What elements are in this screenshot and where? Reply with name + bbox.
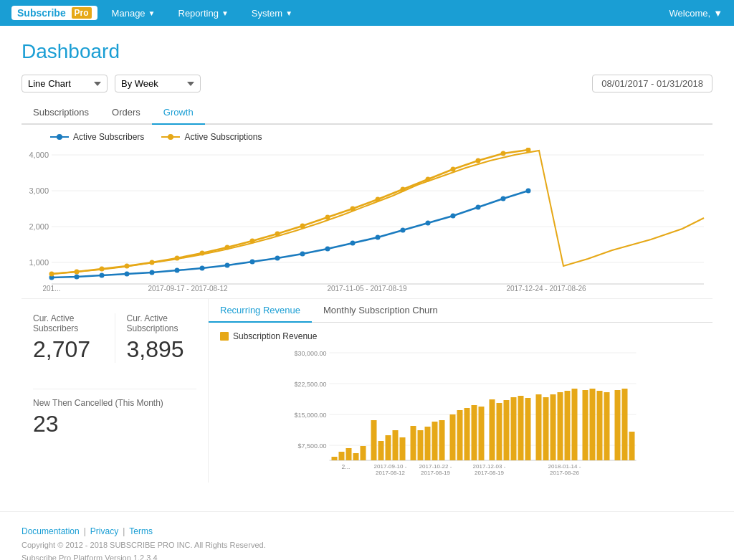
nav-reporting[interactable]: Reporting ▼ [170, 0, 237, 26]
svg-point-50 [476, 158, 481, 163]
svg-rect-76 [411, 426, 416, 460]
cancelled-label: New Then Cancelled (This Month) [33, 398, 196, 408]
svg-rect-70 [361, 446, 366, 460]
period-select[interactable]: By Week By Day By Month [115, 75, 201, 92]
svg-rect-99 [590, 389, 596, 460]
svg-point-40 [225, 245, 230, 250]
svg-point-16 [125, 272, 130, 277]
tab-orders[interactable]: Orders [100, 101, 152, 125]
logo-pro: Pro [72, 7, 92, 19]
system-arrow-icon: ▼ [285, 9, 292, 17]
logo-subscribe: Subscribe [17, 7, 66, 19]
svg-point-15 [100, 273, 105, 278]
svg-point-48 [426, 177, 431, 182]
footer-terms-link[interactable]: Terms [129, 526, 153, 536]
svg-point-1 [57, 134, 62, 140]
svg-point-19 [200, 266, 205, 271]
welcome-menu[interactable]: Welcome, ▼ [669, 8, 723, 19]
svg-point-33 [49, 272, 54, 277]
svg-text:2017-09-17 - 2017-08-12: 2017-09-17 - 2017-08-12 [148, 285, 228, 291]
navbar-left: Subscribe Pro Manage ▼ Reporting ▼ Syste… [11, 0, 301, 26]
footer-sep-1: | [84, 526, 86, 536]
tab-subscriptions[interactable]: Subscriptions [22, 101, 100, 125]
svg-text:2017-08-26: 2017-08-26 [550, 470, 579, 475]
svg-text:201...: 201... [42, 285, 60, 291]
svg-rect-100 [597, 391, 603, 460]
svg-point-46 [376, 197, 381, 202]
svg-point-26 [376, 235, 381, 240]
reporting-arrow-icon: ▼ [221, 9, 229, 17]
legend-subscriptions-icon [161, 133, 180, 141]
svg-text:2017-09-10 -: 2017-09-10 - [374, 463, 407, 470]
bar-chart-svg: $30,000.00 $22,500.00 $15,000.00 $7,500.… [220, 346, 701, 475]
svg-point-45 [351, 207, 356, 212]
svg-rect-87 [497, 403, 502, 460]
active-subscriptions-value: 3,895 [127, 336, 197, 363]
svg-rect-77 [418, 430, 424, 460]
svg-point-35 [100, 267, 105, 272]
svg-rect-67 [339, 452, 345, 460]
svg-text:2...: 2... [342, 463, 351, 470]
svg-rect-86 [490, 399, 495, 460]
svg-rect-74 [393, 430, 399, 460]
svg-point-41 [250, 239, 255, 244]
chart-type-select[interactable]: Line Chart Bar Chart [22, 75, 108, 92]
svg-point-34 [75, 270, 80, 275]
svg-rect-92 [536, 394, 542, 460]
tab-recurring-revenue[interactable]: Recurring Revenue [209, 299, 312, 323]
footer-copyright: Copyright © 2012 - 2018 SUBSCRIBE PRO IN… [22, 539, 712, 552]
controls-left: Line Chart Bar Chart By Week By Day By M… [22, 75, 201, 92]
tab-monthly-churn[interactable]: Monthly Subscription Churn [312, 299, 449, 323]
svg-rect-69 [353, 453, 359, 460]
date-range-button[interactable]: 08/01/2017 - 01/31/2018 [592, 75, 712, 92]
svg-point-37 [150, 260, 155, 265]
manage-arrow-icon: ▼ [148, 9, 156, 17]
svg-point-21 [250, 260, 255, 265]
svg-rect-73 [386, 435, 391, 460]
svg-text:2017-11-05 - 2017-08-19: 2017-11-05 - 2017-08-19 [327, 285, 407, 291]
line-chart-svg: 4,000 3,000 2,000 1,000 [22, 148, 712, 291]
bar-chart-legend: Subscription Revenue [220, 331, 701, 341]
revenue-tabs: Recurring Revenue Monthly Subscription C… [209, 299, 712, 323]
svg-point-27 [401, 228, 406, 233]
svg-text:2017-10-22 -: 2017-10-22 - [419, 463, 452, 470]
svg-rect-79 [432, 422, 438, 460]
controls-row: Line Chart Bar Chart By Week By Day By M… [22, 75, 712, 92]
svg-point-14 [75, 275, 80, 280]
svg-rect-71 [371, 420, 377, 460]
chart-legend: Active Subscribers Active Subscriptions [22, 132, 712, 142]
chart-tabs: Subscriptions Orders Growth [22, 101, 712, 125]
nav-system[interactable]: System ▼ [243, 0, 301, 26]
stat-divider [33, 389, 196, 389]
svg-point-49 [451, 167, 456, 172]
svg-rect-95 [558, 392, 563, 460]
svg-text:1,000: 1,000 [29, 258, 49, 267]
svg-point-29 [451, 214, 456, 219]
svg-rect-81 [450, 414, 456, 460]
svg-point-24 [325, 247, 330, 252]
footer-privacy-link[interactable]: Privacy [90, 526, 118, 536]
svg-point-3 [168, 134, 173, 140]
svg-point-30 [476, 205, 481, 210]
svg-rect-98 [583, 390, 588, 460]
svg-point-32 [526, 189, 531, 194]
svg-point-31 [501, 196, 506, 201]
svg-point-28 [426, 221, 431, 226]
svg-rect-93 [543, 397, 549, 460]
svg-point-38 [175, 256, 180, 261]
nav-manage[interactable]: Manage ▼ [103, 0, 164, 26]
svg-text:2018-01-14 -: 2018-01-14 - [548, 463, 581, 470]
footer-links: Documentation | Privacy | Terms [22, 526, 712, 536]
cancelled-value: 23 [33, 411, 196, 437]
footer-documentation-link[interactable]: Documentation [22, 526, 80, 536]
svg-rect-84 [472, 405, 477, 460]
svg-text:2,000: 2,000 [29, 222, 49, 231]
svg-rect-91 [525, 398, 531, 460]
svg-rect-104 [629, 432, 635, 460]
tab-growth[interactable]: Growth [152, 101, 205, 125]
legend-subscribers: Active Subscribers [50, 132, 144, 142]
svg-rect-80 [439, 420, 445, 460]
svg-rect-97 [572, 389, 578, 460]
svg-text:2017-12-24 - 2017-08-26: 2017-12-24 - 2017-08-26 [506, 285, 586, 291]
bar-chart-area: Subscription Revenue $30,000.00 $22,500.… [209, 323, 712, 483]
